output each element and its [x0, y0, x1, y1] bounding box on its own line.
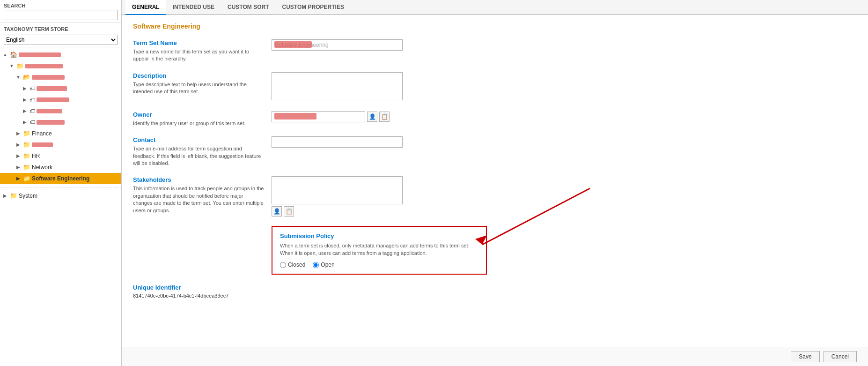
contact-desc: Type an e-mail address for term suggesti… — [133, 145, 264, 167]
radio-open-label[interactable]: Open — [313, 261, 334, 268]
redacted-grp2 — [32, 142, 53, 147]
tree-item-sub3[interactable]: ▶ 🏷 — [0, 105, 121, 117]
tree-item-sub2[interactable]: ▶ 🏷 — [0, 94, 121, 105]
tree-item-core[interactable]: ▼ 📂 — [0, 72, 121, 83]
tree-item-grp2[interactable]: ▶ 📁 — [0, 139, 121, 150]
redacted-sub2 — [37, 97, 69, 102]
radio-open[interactable] — [313, 262, 319, 268]
softeng-label: Software Engineering — [32, 174, 89, 183]
folder-icon-core: 📂 — [23, 73, 30, 82]
description-input[interactable] — [272, 72, 403, 100]
submission-policy-desc: When a term set is closed, only metadata… — [280, 242, 478, 257]
radio-closed-label[interactable]: Closed — [280, 261, 305, 268]
tree-item-softeng[interactable]: ▶ 📁 Software Engineering — [0, 173, 121, 184]
stakeholders-input[interactable] — [272, 176, 403, 204]
tree-area: ▲ 🏠 ▼ 📁 ▼ 📂 ▶ 🏷 ▶ 🏷 ▶ 🏷 — [0, 47, 121, 366]
taxonomy-dropdown-row: English — [0, 33, 121, 47]
owner-input-area: 👤 📋 — [272, 111, 857, 122]
description-input-area — [272, 72, 857, 102]
tree-toggle-sub2[interactable]: ▶ — [22, 95, 28, 105]
owner-input[interactable] — [272, 111, 365, 122]
tag-icon-sub4: 🏷 — [29, 118, 35, 127]
tabs-bar: GENERAL INTENDED USE CUSTOM SORT CUSTOM … — [122, 0, 868, 15]
cancel-button[interactable]: Cancel — [824, 351, 857, 362]
tree-item-root[interactable]: ▲ 🏠 — [0, 49, 121, 60]
section-unique-id: Unique Identifier 8141740c-e0bc-4174-b4c… — [133, 284, 857, 299]
contact-input-area — [272, 136, 857, 148]
contact-input[interactable] — [272, 136, 403, 148]
section-owner: Owner Identify the primary user or group… — [133, 111, 857, 127]
tree-toggle-sub1[interactable]: ▶ — [22, 84, 28, 93]
section-description: Description Type descriptive text to hel… — [133, 72, 857, 102]
owner-browse-button[interactable]: 👤 — [367, 112, 377, 122]
stakeholders-list-button[interactable]: 📋 — [284, 206, 294, 217]
section-stakeholders: Stakeholders This information is used to… — [133, 176, 857, 217]
folder-icon-hr: 📁 — [23, 151, 30, 161]
term-set-name-desc: Type a new name for this term set as you… — [133, 48, 264, 63]
folder-icon-system: 📁 — [10, 191, 17, 201]
folder-icon-group1: 📁 — [16, 61, 24, 71]
taxonomy-term-store-label: TAXONOMY TERM STORE — [0, 22, 121, 33]
search-label: SEARCH — [4, 3, 118, 8]
tree-item-finance[interactable]: ▶ 📁 Finance — [0, 128, 121, 139]
submission-policy-title: Submission Policy — [280, 232, 478, 239]
owner-title: Owner — [133, 111, 264, 118]
term-set-name-title: Term Set Name — [133, 39, 264, 46]
tree-item-network[interactable]: ▶ 📁 Network — [0, 162, 121, 173]
folder-icon-grp2: 📁 — [23, 140, 30, 149]
tree-toggle-grp2[interactable]: ▶ — [15, 140, 22, 149]
tree-item-group1[interactable]: ▼ 📁 — [0, 60, 121, 72]
redacted-sub4 — [37, 120, 65, 125]
search-input[interactable] — [4, 10, 118, 20]
tag-icon-sub3: 🏷 — [29, 106, 35, 116]
unique-id-title: Unique Identifier — [133, 284, 264, 291]
tab-intended-use[interactable]: INTENDED USE — [166, 0, 221, 15]
tree-toggle-core[interactable]: ▼ — [15, 73, 22, 82]
page-heading: Software Engineering — [133, 22, 857, 30]
tree-item-hr[interactable]: ▶ 📁 HR — [0, 150, 121, 162]
tree-toggle-softeng[interactable]: ▶ — [15, 174, 22, 183]
folder-icon-finance: 📁 — [23, 129, 30, 138]
contact-title: Contact — [133, 136, 264, 143]
unique-id-value: 8141740c-e0bc-4174-b4c1-f4dbcea33ec7 — [133, 293, 264, 299]
section-term-set-name: Term Set Name Type a new name for this t… — [133, 39, 857, 63]
submission-policy-box: Submission Policy When a term set is clo… — [272, 226, 487, 275]
redacted-root — [19, 52, 61, 57]
tree-toggle-network[interactable]: ▶ — [15, 163, 22, 172]
home-icon: 🏠 — [10, 50, 17, 60]
owner-desc: Identify the primary user or group of th… — [133, 120, 264, 127]
tab-custom-properties[interactable]: CUSTOM PROPERTIES — [275, 0, 350, 15]
tree-toggle-group1[interactable]: ▼ — [8, 61, 15, 71]
left-panel: SEARCH TAXONOMY TERM STORE English ▲ 🏠 ▼… — [0, 0, 122, 366]
hr-label: HR — [32, 151, 40, 161]
main-content: Software Engineering Term Set Name Type … — [122, 15, 868, 347]
stakeholders-desc: This information is used to track people… — [133, 185, 264, 214]
redacted-group1 — [25, 64, 63, 68]
redacted-sub1 — [37, 86, 67, 91]
tree-toggle-sub3[interactable]: ▶ — [22, 106, 28, 116]
folder-icon-network: 📁 — [23, 163, 30, 172]
closed-label: Closed — [288, 261, 305, 268]
tab-general[interactable]: GENERAL — [125, 0, 166, 15]
taxonomy-dropdown[interactable]: English — [4, 35, 118, 45]
description-desc: Type descriptive text to help users unde… — [133, 81, 264, 96]
tab-custom-sort[interactable]: CUSTOM SORT — [221, 0, 275, 15]
stakeholders-title: Stakeholders — [133, 176, 264, 183]
radio-closed[interactable] — [280, 262, 286, 268]
tree-toggle-root[interactable]: ▲ — [2, 50, 8, 60]
owner-list-button[interactable]: 📋 — [379, 112, 390, 122]
stakeholders-browse-button[interactable]: 👤 — [272, 206, 282, 217]
footer-bar: Save Cancel — [122, 347, 868, 366]
redacted-core — [32, 75, 65, 80]
tree-item-sub1[interactable]: ▶ 🏷 — [0, 83, 121, 94]
tree-item-sub4[interactable]: ▶ 🏷 — [0, 117, 121, 128]
tree-toggle-sub4[interactable]: ▶ — [22, 118, 28, 127]
tree-toggle-finance[interactable]: ▶ — [15, 129, 22, 138]
open-label: Open — [321, 261, 334, 268]
tree-toggle-hr[interactable]: ▶ — [15, 151, 22, 161]
tree-item-system[interactable]: ▶ 📁 System — [0, 190, 121, 202]
search-area: SEARCH — [0, 0, 121, 22]
save-button[interactable]: Save — [791, 351, 819, 362]
tree-toggle-system[interactable]: ▶ — [2, 191, 8, 201]
term-set-name-input[interactable] — [272, 39, 403, 51]
